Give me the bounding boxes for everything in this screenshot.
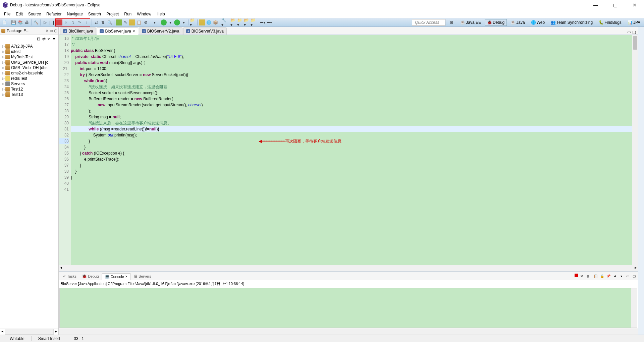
- console-tab-servers[interactable]: 🖥Servers: [131, 273, 154, 279]
- project-Servers[interactable]: ▷Servers: [1, 81, 58, 87]
- close-button[interactable]: ✕: [628, 2, 641, 8]
- menu-refactor[interactable]: Refactor: [44, 11, 63, 17]
- perspective-web[interactable]: 🌐Web: [529, 19, 547, 26]
- tool-icon[interactable]: ▾: [152, 19, 158, 25]
- v-scrollbar[interactable]: [632, 35, 638, 265]
- collapse-all-icon[interactable]: ⊟: [37, 37, 41, 41]
- menu-source[interactable]: Source: [26, 11, 43, 17]
- step-into-icon[interactable]: ↴: [70, 19, 76, 25]
- project-Test12[interactable]: ▷Test12: [1, 87, 58, 92]
- scroll-left-icon[interactable]: ◂: [0, 329, 5, 335]
- debug-suspend-icon[interactable]: ❙❙: [49, 19, 55, 25]
- build-icon[interactable]: 🔨: [33, 19, 39, 25]
- clear-icon[interactable]: 📋: [593, 274, 598, 279]
- project-iotest[interactable]: ▷iotest: [1, 49, 58, 54]
- remove-icon[interactable]: ✕: [579, 274, 584, 279]
- dropdown-icon[interactable]: ▾: [181, 19, 187, 25]
- view-min-icon[interactable]: ▭: [50, 29, 53, 33]
- tool-icon[interactable]: 📋: [136, 19, 142, 25]
- menu-search[interactable]: Search: [86, 11, 103, 17]
- minimize-button[interactable]: —: [589, 2, 602, 8]
- open-console-icon[interactable]: ▾: [619, 274, 624, 279]
- menu-file[interactable]: File: [2, 11, 12, 17]
- menu-run[interactable]: Run: [122, 11, 133, 17]
- maximize-icon[interactable]: ▢: [632, 30, 636, 35]
- tool-icon[interactable]: [199, 19, 205, 25]
- terminate-icon[interactable]: [575, 274, 578, 277]
- print-icon[interactable]: 🖶: [24, 19, 30, 25]
- step-over-icon[interactable]: ↷: [76, 19, 83, 25]
- project-oms2[interactable]: ▷oms2-dh-baseinfo: [1, 70, 58, 76]
- tool-icon[interactable]: 📁▾: [237, 19, 243, 25]
- project-MyBatisTest[interactable]: ▷MyBatisTest: [1, 54, 58, 60]
- tool-icon[interactable]: ⇄: [93, 19, 99, 25]
- console-h-scroll[interactable]: [59, 329, 638, 335]
- tool-icon[interactable]: 📁▾: [251, 19, 257, 25]
- tool-icon[interactable]: 📂▾: [230, 19, 236, 25]
- menu-navigate[interactable]: Navigate: [65, 11, 85, 17]
- new-icon[interactable]: 📄: [1, 19, 7, 25]
- perspective-team[interactable]: 👥Team Synchronizing: [548, 19, 595, 26]
- project-Test13[interactable]: ▷Test13: [1, 92, 58, 97]
- tool-icon[interactable]: ⇅: [100, 19, 106, 25]
- save-icon[interactable]: 💾: [10, 19, 16, 25]
- perspective-java[interactable]: ☕Java: [508, 19, 527, 26]
- console-tab-console[interactable]: 💻Console ✕: [102, 273, 131, 280]
- tool-icon[interactable]: 🔍: [107, 19, 113, 25]
- project-A7[interactable]: ▷A7(2.0)-JPA: [1, 44, 58, 49]
- project-redisTest[interactable]: ▷redisTest: [1, 76, 58, 81]
- editor-tab[interactable]: JBIOServerV3.java: [183, 27, 227, 35]
- editor-tab[interactable]: JBioServer.java ✕: [97, 27, 138, 35]
- filter-icon[interactable]: ▿: [48, 37, 52, 41]
- menu-edit[interactable]: Edit: [14, 11, 25, 17]
- forward-icon[interactable]: ➡▾: [266, 19, 272, 25]
- back-icon[interactable]: ⬅▾: [260, 19, 266, 25]
- tool-icon[interactable]: 🔧▾: [221, 19, 227, 25]
- menu-help[interactable]: Help: [155, 11, 167, 17]
- min-icon[interactable]: ▭: [625, 274, 630, 279]
- tool-icon[interactable]: 🌐: [206, 19, 212, 25]
- scroll-lock-icon[interactable]: 🔒: [599, 274, 605, 279]
- view-close-icon[interactable]: ✕: [46, 29, 48, 33]
- display-icon[interactable]: 🖥: [612, 274, 618, 279]
- project-OMS_Service_DH[interactable]: ▷OMS_Service_DH [c: [1, 60, 58, 65]
- menu-icon[interactable]: ▾: [53, 37, 57, 41]
- tool-icon[interactable]: 📂▾: [244, 19, 250, 25]
- project-OMS_Web_DH[interactable]: ▷OMS_Web_DH [dhs: [1, 65, 58, 70]
- dropdown-icon[interactable]: ▾: [167, 19, 173, 25]
- tool-icon[interactable]: ⚙: [143, 19, 149, 25]
- debug-icon[interactable]: [116, 19, 122, 25]
- editor-tab[interactable]: JBioClient.java: [60, 27, 96, 35]
- perspective-debug[interactable]: 🐞Debug: [485, 19, 507, 26]
- minimize-icon[interactable]: ▭: [627, 30, 631, 35]
- pencil-icon[interactable]: ✎: [122, 19, 128, 25]
- code-editor[interactable]: 161718192021-222324252627282930313233343…: [59, 35, 638, 265]
- source-code[interactable]: * 2019年1月7日 */public class BioServer { p…: [71, 35, 632, 265]
- quick-access-input[interactable]: Quick Access: [412, 19, 445, 26]
- debug-resume-icon[interactable]: ▷: [42, 19, 48, 25]
- max-icon[interactable]: ▢: [631, 274, 637, 279]
- link-editor-icon[interactable]: ⇄: [42, 37, 46, 41]
- perspective-findbugs[interactable]: 🐛FindBugs: [596, 19, 624, 26]
- tool-icon[interactable]: 📁▾: [190, 19, 196, 25]
- editor-h-scroll[interactable]: ◂▸: [59, 265, 638, 271]
- view-max-icon[interactable]: ▢: [54, 29, 57, 33]
- editor-tab[interactable]: JBIOServerV2.java: [139, 27, 182, 35]
- run-icon[interactable]: [161, 19, 167, 25]
- perspective-javaee[interactable]: ☕Java EE: [458, 19, 483, 26]
- remove-all-icon[interactable]: ⚹: [585, 274, 591, 279]
- console-tab-debug[interactable]: 🐞Debug: [79, 273, 101, 279]
- save-all-icon[interactable]: 📚: [17, 19, 23, 25]
- disconnect-icon[interactable]: ⤫: [63, 19, 69, 25]
- tool-icon[interactable]: [129, 19, 135, 25]
- run-config-icon[interactable]: [174, 19, 180, 25]
- menu-window[interactable]: Window: [135, 11, 153, 17]
- terminate-icon[interactable]: [56, 19, 62, 25]
- scroll-right-icon[interactable]: ▸: [54, 329, 58, 335]
- perspective-switcher-icon[interactable]: ⊞: [448, 19, 454, 25]
- console-output[interactable]: [59, 288, 637, 328]
- console-tab-tasks[interactable]: ✓Tasks: [60, 273, 79, 279]
- h-scrollbar[interactable]: [5, 329, 54, 335]
- step-return-icon[interactable]: ↑: [83, 19, 89, 25]
- console-scrollbar[interactable]: [631, 288, 637, 328]
